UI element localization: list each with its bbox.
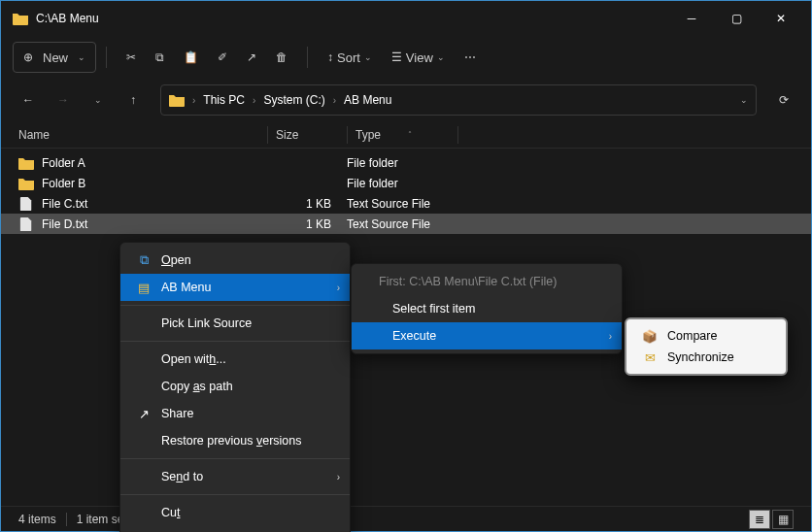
chevron-right-icon: ›: [192, 95, 195, 106]
copy-button[interactable]: ⧉: [146, 42, 174, 73]
menu-open-with[interactable]: Open with...: [120, 346, 350, 373]
maximize-button[interactable]: ▢: [714, 3, 759, 34]
chevron-right-icon: ›: [253, 95, 255, 106]
menu-copy-as-path[interactable]: Copy as path: [120, 373, 350, 400]
share-icon: ↗: [134, 407, 153, 421]
column-name[interactable]: Name: [18, 128, 267, 142]
folder-icon: [18, 177, 34, 190]
trash-icon: 🗑: [276, 50, 288, 64]
toolbar: ⊕ New ⌄ ✂ ⧉ 📋 ✐ ↗ 🗑 ↕ Sort ⌄ ☰ View ⌄ ⋯: [1, 36, 811, 79]
breadcrumb[interactable]: This PC: [203, 93, 245, 107]
file-icon: [18, 217, 34, 231]
vscode-icon: ⧉: [134, 253, 153, 268]
column-headers: Name Size Type ˄: [1, 121, 811, 149]
sort-indicator-icon: ˄: [408, 130, 412, 139]
menu-execute[interactable]: Execute ›: [352, 322, 622, 349]
folder-icon: [18, 156, 34, 170]
list-item[interactable]: Folder B File folder: [1, 173, 811, 193]
more-button[interactable]: ⋯: [455, 42, 486, 73]
menu-cut[interactable]: Cut: [120, 499, 350, 526]
file-list: Folder A File folder Folder B File folde…: [1, 149, 811, 238]
chevron-right-icon: ›: [337, 472, 340, 482]
chevron-right-icon: ›: [609, 331, 612, 342]
chevron-right-icon: ›: [333, 95, 336, 106]
list-item[interactable]: File D.txt 1 KB Text Source File: [1, 214, 811, 234]
menu-ab-menu[interactable]: ▤ AB Menu ›: [120, 274, 350, 301]
titlebar: C:\AB Menu ─ ▢ ✕: [1, 1, 811, 36]
explorer-window: C:\AB Menu ─ ▢ ✕ ⊕ New ⌄ ✂ ⧉ 📋 ✐ ↗ 🗑 ↕ S…: [0, 0, 812, 532]
paste-icon: 📋: [184, 50, 198, 64]
menu-restore-versions[interactable]: Restore previous versions: [120, 427, 350, 454]
column-type[interactable]: Type ˄: [347, 126, 458, 144]
menu-select-first[interactable]: Select first item: [352, 295, 622, 322]
chevron-down-icon: ⌄: [78, 52, 85, 62]
share-icon: ↗: [247, 50, 256, 64]
menu-send-to[interactable]: Send to ›: [120, 463, 350, 490]
forward-button[interactable]: →: [48, 84, 79, 116]
rename-icon: ✐: [218, 50, 227, 64]
status-selection: 1 item se: [77, 513, 124, 526]
chevron-down-icon[interactable]: ⌄: [740, 95, 748, 105]
back-button[interactable]: ←: [13, 84, 44, 116]
menu-pick-link[interactable]: Pick Link Source: [120, 310, 350, 337]
copy-icon: ⧉: [155, 50, 164, 64]
plus-icon: ⊕: [23, 50, 33, 64]
column-size[interactable]: Size: [267, 126, 347, 144]
cut-button[interactable]: ✂: [117, 42, 146, 73]
list-item[interactable]: File C.txt 1 KB Text Source File: [1, 193, 811, 214]
delete-button[interactable]: 🗑: [266, 42, 297, 73]
menu-compare[interactable]: 📦 Compare: [630, 325, 782, 347]
view-button[interactable]: ☰ View ⌄: [382, 42, 455, 73]
file-icon: [18, 197, 34, 211]
menu-synchronize[interactable]: ✉ Synchronize: [630, 347, 782, 368]
sort-icon: ↕: [327, 50, 333, 64]
view-icon: ☰: [391, 50, 402, 64]
window-title: C:\AB Menu: [36, 12, 669, 25]
new-button[interactable]: ⊕ New ⌄: [13, 42, 96, 73]
scissors-icon: ✂: [126, 50, 136, 64]
paste-button[interactable]: 📋: [174, 42, 208, 73]
submenu-header: First: C:\AB Menu\File C.txt (File): [352, 268, 622, 295]
up-button[interactable]: ↑: [118, 84, 149, 116]
address-bar[interactable]: › This PC › System (C:) › AB Menu ⌄: [160, 84, 757, 116]
refresh-button[interactable]: ⟳: [768, 84, 799, 116]
status-count: 4 items: [18, 513, 56, 526]
menu-copy[interactable]: Copy: [120, 526, 350, 532]
breadcrumb[interactable]: AB Menu: [344, 93, 391, 107]
compare-icon: 📦: [640, 329, 660, 344]
chevron-right-icon: ›: [337, 283, 340, 293]
minimize-button[interactable]: ─: [669, 3, 714, 34]
chevron-down-icon: ⌄: [364, 52, 372, 62]
context-sub-submenu: 📦 Compare ✉ Synchronize: [625, 317, 788, 376]
sort-button[interactable]: ↕ Sort ⌄: [318, 42, 382, 73]
breadcrumb[interactable]: System (C:): [263, 93, 324, 107]
chevron-down-icon: ⌄: [437, 52, 445, 62]
icons-view-toggle[interactable]: ▦: [772, 510, 794, 529]
ellipsis-icon: ⋯: [464, 50, 476, 64]
recent-button[interactable]: ⌄: [83, 84, 114, 116]
context-menu: ⧉ Open ▤ AB Menu › Pick Link Source Open…: [119, 242, 351, 532]
share-button[interactable]: ↗: [237, 42, 266, 73]
folder-icon: [13, 12, 28, 25]
close-button[interactable]: ✕: [759, 3, 803, 34]
synchronize-icon: ✉: [640, 350, 660, 365]
rename-button[interactable]: ✐: [208, 42, 237, 73]
menu-share[interactable]: ↗ Share: [120, 400, 350, 427]
menu-open[interactable]: ⧉ Open: [120, 247, 350, 274]
navbar: ← → ⌄ ↑ › This PC › System (C:) › AB Men…: [1, 79, 811, 121]
folder-icon: [169, 93, 185, 107]
ab-menu-icon: ▤: [134, 281, 153, 295]
context-submenu: First: C:\AB Menu\File C.txt (File) Sele…: [351, 263, 623, 354]
details-view-toggle[interactable]: ≣: [749, 510, 770, 529]
list-item[interactable]: Folder A File folder: [1, 152, 811, 173]
